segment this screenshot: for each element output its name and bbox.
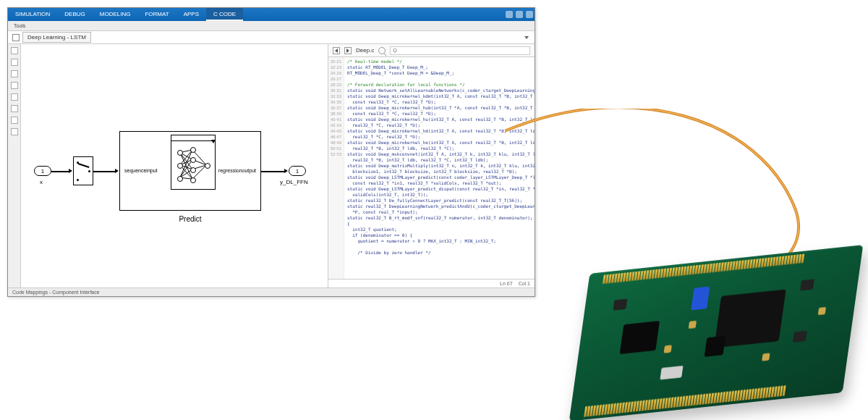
palette-btn-2[interactable] bbox=[11, 59, 18, 66]
multiport-switch-block[interactable] bbox=[73, 156, 93, 185]
code-text[interactable]: /* Real-time model */ static RT_MODEL_De… bbox=[344, 57, 535, 279]
model-icon[interactable] bbox=[12, 34, 20, 41]
tab-debug[interactable]: DEBUG bbox=[57, 8, 92, 21]
outport-block[interactable]: 1 bbox=[289, 166, 306, 176]
window-min-icon[interactable] bbox=[506, 11, 513, 18]
tab-modeling[interactable]: MODELING bbox=[93, 8, 138, 21]
palette bbox=[8, 44, 21, 287]
ic-chip bbox=[613, 299, 627, 311]
chevron-left-icon bbox=[335, 49, 338, 53]
sub-toolbar-label: Tools bbox=[14, 23, 25, 28]
code-nav-back[interactable] bbox=[333, 47, 340, 54]
breadcrumb-bar: Deep Learning - LSTM bbox=[8, 31, 535, 44]
arrow-icon bbox=[115, 169, 119, 173]
outport-number: 1 bbox=[296, 168, 299, 175]
code-footer: Ln 67 Col 1 bbox=[328, 279, 535, 287]
user-button bbox=[691, 287, 710, 311]
chevron-right-icon bbox=[346, 49, 349, 53]
palette-btn-8[interactable] bbox=[11, 128, 18, 135]
palette-btn-7[interactable] bbox=[11, 117, 18, 124]
code-nav-fwd[interactable] bbox=[344, 47, 352, 54]
sub-toolbar: Tools bbox=[8, 21, 535, 31]
predict-output-label: regressionoutput bbox=[218, 168, 256, 173]
ic-chip bbox=[800, 279, 814, 290]
arrow-icon bbox=[69, 169, 72, 173]
palette-btn-1[interactable] bbox=[11, 47, 18, 54]
tab-simulation[interactable]: SIMULATION bbox=[8, 8, 57, 21]
code-search-input[interactable] bbox=[390, 46, 530, 55]
tab-apps[interactable]: APPS bbox=[176, 8, 206, 21]
predict-input-label: sequenceinput bbox=[124, 168, 158, 173]
feedback-arrow-icon bbox=[171, 135, 216, 140]
usb-port bbox=[660, 366, 683, 379]
ic-chip bbox=[793, 331, 807, 343]
breadcrumb-dropdown[interactable] bbox=[523, 34, 530, 41]
search-icon[interactable] bbox=[378, 47, 386, 54]
wire bbox=[261, 171, 286, 172]
inport-label: x bbox=[40, 179, 43, 185]
outport-label: y_DL_FFN bbox=[280, 179, 308, 185]
window-close-icon[interactable] bbox=[526, 11, 533, 18]
arrow-icon bbox=[284, 169, 288, 173]
code-line-indicator: Ln 67 bbox=[500, 281, 513, 286]
code-view-pane: Deep.c 20 21 22 23 24 25 26 27 28 29 30 … bbox=[328, 44, 535, 287]
tab-format[interactable]: FORMAT bbox=[137, 8, 176, 21]
model-canvas[interactable]: 1 x sequenceinput regressionoutput bbox=[21, 44, 328, 287]
palette-btn-4[interactable] bbox=[11, 82, 18, 89]
wire bbox=[93, 171, 116, 172]
switch-node-icon bbox=[88, 170, 90, 172]
window-max-icon[interactable] bbox=[516, 11, 523, 18]
code-col-indicator: Col 1 bbox=[519, 281, 530, 286]
breadcrumb-model[interactable]: Deep Learning - LSTM bbox=[22, 32, 91, 43]
palette-btn-6[interactable] bbox=[11, 105, 18, 112]
chevron-down-icon bbox=[524, 36, 529, 39]
inport-block[interactable]: 1 bbox=[34, 166, 51, 176]
palette-btn-5[interactable] bbox=[11, 93, 18, 101]
code-gutter: 20 21 22 23 24 25 26 27 28 29 30 31 32 3… bbox=[328, 57, 344, 279]
status-bar: Code Mappings - Component Interface bbox=[8, 287, 535, 296]
audio-jack bbox=[620, 321, 660, 354]
code-breadcrumb[interactable]: Deep.c bbox=[356, 47, 374, 54]
palette-btn-3[interactable] bbox=[11, 70, 18, 77]
simulink-window: SIMULATION DEBUG MODELING FORMAT APPS C … bbox=[7, 7, 535, 297]
status-text: Code Mappings - Component Interface bbox=[12, 290, 100, 295]
code-body[interactable]: 20 21 22 23 24 25 26 27 28 29 30 31 32 3… bbox=[328, 57, 535, 279]
tab-c-code[interactable]: C CODE bbox=[206, 8, 243, 21]
inport-number: 1 bbox=[41, 168, 44, 175]
code-header: Deep.c bbox=[328, 44, 535, 57]
stm32-discovery-board bbox=[569, 245, 864, 420]
network-icon bbox=[171, 140, 216, 190]
predict-caption: Predict bbox=[120, 215, 260, 223]
switch-arm-icon bbox=[78, 163, 90, 168]
predict-block[interactable]: sequenceinput regressionoutput bbox=[119, 131, 261, 211]
reset-button bbox=[705, 336, 726, 357]
work-area: 1 x sequenceinput regressionoutput bbox=[8, 44, 535, 287]
toolstrip: SIMULATION DEBUG MODELING FORMAT APPS C … bbox=[8, 8, 535, 21]
wire bbox=[51, 171, 70, 172]
